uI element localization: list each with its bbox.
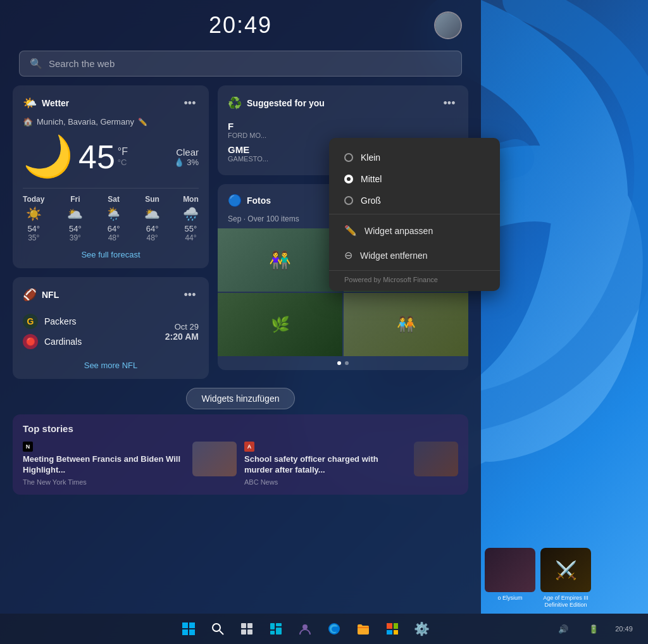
add-widgets-button[interactable]: Widgets hinzufügen — [186, 388, 296, 409]
nfl-teams: G Packers 🔴 Cardinals — [23, 314, 82, 349]
top-stories-title: Top stories — [23, 423, 458, 434]
foto-dot-1 — [337, 361, 341, 365]
menu-footer: Powered by Microsoft Finance — [329, 270, 500, 285]
story-item-1[interactable]: N Meeting Between Francis and Biden Will… — [23, 442, 237, 486]
story-item-2[interactable]: A School safety officer charged with mur… — [244, 442, 458, 486]
store-icon[interactable] — [380, 616, 405, 641]
settings-icon[interactable]: ⚙️ — [409, 616, 434, 641]
cardinals-name: Cardinals — [44, 337, 82, 347]
weather-temp: 45 — [78, 138, 115, 176]
context-menu: Klein Mittel Groß ✏️ Widget anpassen ⊖ W… — [329, 138, 500, 291]
right-apps-area: o Elysium ⚔️ Age of Empires III Definiti… — [485, 548, 591, 611]
suggested-menu-btn[interactable]: ••• — [440, 94, 458, 112]
weather-menu-btn[interactable]: ••• — [181, 94, 199, 112]
weather-header: 🌤️ Wetter ••• — [23, 94, 199, 112]
search-input[interactable]: Search the web — [49, 58, 115, 69]
top-stories-section: Top stories N Meeting Between Francis an… — [13, 414, 468, 495]
size-mittel[interactable]: Mittel — [339, 170, 490, 189]
clock-display: 20:49 — [166, 12, 314, 39]
taskbar: ⚙️ 🔊 🔋 20:49 — [0, 614, 648, 644]
condition-detail: 💧 3% — [174, 158, 199, 167]
story-1-text: N Meeting Between Francis and Biden Will… — [23, 442, 186, 486]
mittel-label: Mittel — [361, 174, 382, 184]
widgets-col-left: 🌤️ Wetter ••• 🏠 Munich, Bavaria, Germany… — [13, 85, 209, 379]
condition-name: Clear — [174, 147, 199, 158]
suggested-title-row: ♻️ Suggested for you — [228, 96, 325, 110]
search-icon: 🔍 — [30, 58, 42, 70]
weather-widget-icon: 🌤️ — [23, 96, 37, 110]
widget-entfernen[interactable]: ⊖ Widget entfernen — [329, 243, 500, 268]
story-1-thumb — [192, 442, 237, 476]
suggested-title: Suggested for you — [247, 98, 325, 108]
footer-text: Powered by Microsoft Finance — [344, 276, 438, 283]
avatar-image — [435, 13, 461, 38]
taskbar-app-1[interactable]: 🔊 — [549, 615, 577, 643]
svg-rect-1 — [189, 622, 195, 628]
klein-radio — [344, 153, 353, 162]
forecast-link[interactable]: See full forecast — [23, 250, 199, 259]
svg-rect-11 — [276, 623, 282, 626]
fotos-title: Fotos — [247, 195, 271, 206]
svg-rect-7 — [247, 623, 252, 628]
anpassen-label: Widget anpassen — [364, 226, 433, 236]
size-gross[interactable]: Groß — [339, 191, 490, 210]
story-2-source: ABC News — [244, 478, 408, 486]
weather-title: Wetter — [42, 98, 69, 108]
file-explorer-icon[interactable] — [351, 616, 376, 641]
widget-anpassen[interactable]: ✏️ Widget anpassen — [329, 218, 500, 243]
team-packers: G Packers — [23, 314, 82, 329]
weather-emoji: 🌙 — [23, 133, 73, 180]
windows-start-button[interactable] — [176, 616, 201, 641]
user-avatar[interactable] — [434, 11, 462, 39]
story-2-text: A School safety officer charged with mur… — [244, 442, 408, 486]
taskbar-app-3[interactable]: 20:49 — [610, 615, 638, 643]
size-klein[interactable]: Klein — [339, 148, 490, 167]
svg-rect-8 — [241, 629, 246, 635]
forecast-fri: Fri 🌥️ 54° 39° — [67, 195, 83, 242]
forecast-today: Today ☀️ 54° 35° — [23, 195, 44, 242]
svg-rect-13 — [270, 631, 275, 635]
gross-radio — [344, 196, 353, 205]
svg-point-4 — [213, 624, 220, 631]
svg-rect-17 — [387, 623, 392, 629]
svg-rect-0 — [182, 622, 188, 628]
nfl-title-row: 🏈 NFL — [23, 288, 59, 302]
nfl-more-link[interactable]: See more NFL — [23, 361, 199, 370]
fotos-album: Sep · Over 100 items — [228, 214, 299, 223]
add-widgets-area: Widgets hinzufügen — [0, 388, 481, 409]
teams-icon[interactable] — [292, 616, 318, 641]
packers-name: Packers — [44, 316, 77, 326]
svg-rect-9 — [247, 629, 252, 635]
app-aoe[interactable]: ⚔️ Age of Empires III Definitive Edition — [540, 548, 591, 611]
story-2-thumb — [414, 442, 458, 476]
forecast-sun: Sun 🌥️ 64° 48° — [144, 195, 160, 242]
nfl-menu-btn[interactable]: ••• — [181, 286, 199, 304]
nyt-icon: N — [23, 442, 33, 452]
weather-units: °F °C — [118, 146, 128, 167]
temp-unit-c: °C — [118, 158, 128, 167]
nfl-widget-icon: 🏈 — [23, 288, 37, 302]
elysium-thumb — [485, 548, 535, 592]
edit-icon[interactable]: ✏️ — [138, 118, 147, 127]
forecast-sat: Sat 🌦️ 64° 48° — [106, 195, 122, 242]
widgets-taskbar-icon[interactable] — [263, 616, 289, 641]
game-time: 2:20 AM — [165, 331, 199, 342]
rain-icon: 💧 — [174, 158, 184, 167]
gross-label: Groß — [361, 195, 381, 206]
aoe-thumb: ⚔️ — [540, 548, 591, 592]
weather-widget: 🌤️ Wetter ••• 🏠 Munich, Bavaria, Germany… — [13, 85, 209, 268]
klein-label: Klein — [361, 152, 380, 163]
svg-rect-19 — [387, 630, 392, 635]
nfl-game: G Packers 🔴 Cardinals Oct 29 2:20 AM — [23, 309, 199, 354]
fotos-title-row: 🔵 Fotos — [228, 194, 271, 207]
app-elysium[interactable]: o Elysium — [485, 548, 535, 611]
task-view-icon[interactable] — [234, 616, 259, 641]
forecast-row: Today ☀️ 54° 35° Fri 🌥️ 54° 39° Sat 🌦️ — [23, 188, 199, 242]
edge-icon[interactable] — [321, 616, 347, 641]
story-1-headline: Meeting Between Francis and Biden Will H… — [23, 454, 186, 476]
svg-rect-16 — [358, 626, 369, 635]
search-taskbar-icon[interactable] — [205, 616, 230, 641]
location-text: Munich, Bavaria, Germany — [37, 117, 134, 127]
search-bar[interactable]: 🔍 Search the web — [19, 51, 462, 77]
taskbar-app-2[interactable]: 🔋 — [580, 615, 608, 643]
